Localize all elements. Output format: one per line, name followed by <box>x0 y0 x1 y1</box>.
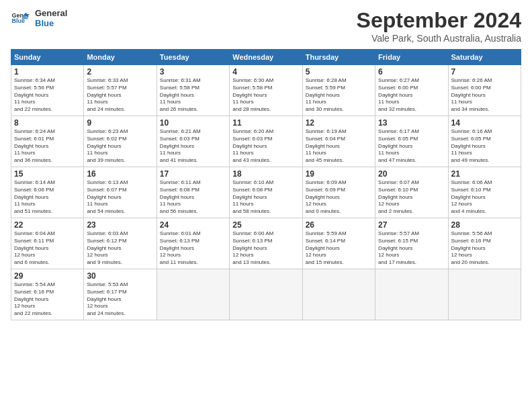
list-item: 13 Sunrise: 6:17 AMSunset: 6:05 PMDaylig… <box>375 116 448 167</box>
header-row: Sunday Monday Tuesday Wednesday Thursday… <box>11 50 521 65</box>
logo-general: General <box>35 8 67 18</box>
list-item: 6 Sunrise: 6:27 AMSunset: 6:00 PMDayligh… <box>375 65 448 116</box>
day-number: 5 <box>306 67 372 77</box>
list-item: 24 Sunrise: 6:01 AMSunset: 6:13 PMDaylig… <box>157 218 229 269</box>
location-subtitle: Vale Park, South Australia, Australia <box>357 33 521 44</box>
day-number: 27 <box>378 220 445 230</box>
day-number: 19 <box>306 169 372 179</box>
list-item: 28 Sunrise: 5:56 AMSunset: 6:16 PMDaylig… <box>448 218 521 269</box>
day-number: 6 <box>378 67 445 77</box>
day-info: Sunrise: 6:21 AMSunset: 6:03 PMDaylight … <box>160 128 226 165</box>
day-info: Sunrise: 6:34 AMSunset: 5:56 PMDaylight … <box>14 77 81 113</box>
day-info: Sunrise: 6:28 AMSunset: 5:59 PMDaylight … <box>306 77 372 113</box>
day-number: 2 <box>87 67 153 77</box>
list-item: 4 Sunrise: 6:30 AMSunset: 5:58 PMDayligh… <box>230 65 302 116</box>
day-info: Sunrise: 6:23 AMSunset: 6:02 PMDaylight … <box>87 128 153 165</box>
day-number: 22 <box>14 220 81 230</box>
list-item: 29 Sunrise: 5:54 AMSunset: 6:16 PMDaylig… <box>11 269 84 320</box>
list-item: 23 Sunrise: 6:03 AMSunset: 6:12 PMDaylig… <box>84 218 157 269</box>
month-title: September 2024 <box>357 8 521 33</box>
list-item: 25 Sunrise: 6:00 AMSunset: 6:13 PMDaylig… <box>230 218 302 269</box>
table-row: 1 Sunrise: 6:34 AMSunset: 5:56 PMDayligh… <box>11 65 521 116</box>
day-info: Sunrise: 6:30 AMSunset: 5:58 PMDaylight … <box>232 77 299 113</box>
day-info: Sunrise: 6:27 AMSunset: 6:00 PMDaylight … <box>378 77 445 113</box>
day-number: 25 <box>232 220 299 230</box>
list-item <box>157 269 229 320</box>
day-number: 21 <box>451 169 518 179</box>
calendar-page: General Blue General Blue September 2024… <box>0 0 532 411</box>
title-section: September 2024 Vale Park, South Australi… <box>357 8 521 44</box>
list-item: 3 Sunrise: 6:31 AMSunset: 5:58 PMDayligh… <box>157 65 229 116</box>
day-info: Sunrise: 6:00 AMSunset: 6:13 PMDaylight … <box>232 230 299 267</box>
table-row: 15 Sunrise: 6:14 AMSunset: 6:06 PMDaylig… <box>11 167 521 218</box>
col-thursday: Thursday <box>302 50 375 65</box>
list-item: 1 Sunrise: 6:34 AMSunset: 5:56 PMDayligh… <box>11 65 84 116</box>
day-number: 11 <box>232 118 299 128</box>
list-item: 12 Sunrise: 6:19 AMSunset: 6:04 PMDaylig… <box>302 116 375 167</box>
list-item: 17 Sunrise: 6:11 AMSunset: 6:08 PMDaylig… <box>157 167 229 218</box>
col-tuesday: Tuesday <box>157 50 229 65</box>
list-item: 7 Sunrise: 6:26 AMSunset: 6:00 PMDayligh… <box>448 65 521 116</box>
day-number: 14 <box>451 118 518 128</box>
day-info: Sunrise: 6:01 AMSunset: 6:13 PMDaylight … <box>160 230 226 267</box>
day-number: 9 <box>87 118 153 128</box>
day-info: Sunrise: 6:06 AMSunset: 6:10 PMDaylight … <box>451 179 518 216</box>
day-number: 18 <box>232 169 299 179</box>
day-info: Sunrise: 6:31 AMSunset: 5:58 PMDaylight … <box>160 77 226 113</box>
day-number: 8 <box>14 118 81 128</box>
day-info: Sunrise: 6:09 AMSunset: 6:09 PMDaylight … <box>306 179 372 216</box>
day-number: 15 <box>14 169 81 179</box>
list-item: 20 Sunrise: 6:07 AMSunset: 6:10 PMDaylig… <box>375 167 448 218</box>
day-number: 4 <box>232 67 299 77</box>
day-info: Sunrise: 6:20 AMSunset: 6:03 PMDaylight … <box>232 128 299 165</box>
list-item: 19 Sunrise: 6:09 AMSunset: 6:09 PMDaylig… <box>302 167 375 218</box>
day-number: 28 <box>451 220 518 230</box>
col-monday: Monday <box>84 50 157 65</box>
day-info: Sunrise: 6:19 AMSunset: 6:04 PMDaylight … <box>306 128 372 165</box>
day-info: Sunrise: 5:59 AMSunset: 6:14 PMDaylight … <box>306 230 372 267</box>
day-number: 13 <box>378 118 445 128</box>
list-item: 9 Sunrise: 6:23 AMSunset: 6:02 PMDayligh… <box>84 116 157 167</box>
day-number: 20 <box>378 169 445 179</box>
list-item: 18 Sunrise: 6:10 AMSunset: 6:08 PMDaylig… <box>230 167 302 218</box>
day-info: Sunrise: 6:03 AMSunset: 6:12 PMDaylight … <box>87 230 153 267</box>
col-sunday: Sunday <box>11 50 84 65</box>
list-item: 8 Sunrise: 6:24 AMSunset: 6:01 PMDayligh… <box>11 116 84 167</box>
table-row: 29 Sunrise: 5:54 AMSunset: 6:16 PMDaylig… <box>11 269 521 320</box>
day-info: Sunrise: 6:14 AMSunset: 6:06 PMDaylight … <box>14 179 81 216</box>
list-item: 2 Sunrise: 6:33 AMSunset: 5:57 PMDayligh… <box>84 65 157 116</box>
list-item: 11 Sunrise: 6:20 AMSunset: 6:03 PMDaylig… <box>230 116 302 167</box>
day-number: 17 <box>160 169 226 179</box>
day-info: Sunrise: 5:54 AMSunset: 6:16 PMDaylight … <box>14 281 81 318</box>
day-number: 1 <box>14 67 81 77</box>
day-number: 26 <box>306 220 372 230</box>
day-info: Sunrise: 6:24 AMSunset: 6:01 PMDaylight … <box>14 128 81 165</box>
day-info: Sunrise: 6:11 AMSunset: 6:08 PMDaylight … <box>160 179 226 216</box>
day-number: 10 <box>160 118 226 128</box>
col-friday: Friday <box>375 50 448 65</box>
list-item: 5 Sunrise: 6:28 AMSunset: 5:59 PMDayligh… <box>302 65 375 116</box>
day-number: 24 <box>160 220 226 230</box>
list-item <box>302 269 375 320</box>
col-saturday: Saturday <box>448 50 521 65</box>
list-item: 26 Sunrise: 5:59 AMSunset: 6:14 PMDaylig… <box>302 218 375 269</box>
list-item <box>448 269 521 320</box>
list-item: 22 Sunrise: 6:04 AMSunset: 6:11 PMDaylig… <box>11 218 84 269</box>
day-number: 7 <box>451 67 518 77</box>
logo-icon: General Blue <box>11 9 30 28</box>
day-info: Sunrise: 5:53 AMSunset: 6:17 PMDaylight … <box>87 281 153 318</box>
calendar-table: Sunday Monday Tuesday Wednesday Thursday… <box>11 49 521 320</box>
day-number: 30 <box>87 271 153 281</box>
day-info: Sunrise: 6:04 AMSunset: 6:11 PMDaylight … <box>14 230 81 267</box>
logo: General Blue General Blue <box>11 8 67 28</box>
list-item: 14 Sunrise: 6:16 AMSunset: 6:05 PMDaylig… <box>448 116 521 167</box>
header: General Blue General Blue September 2024… <box>11 8 521 44</box>
day-number: 23 <box>87 220 153 230</box>
list-item: 16 Sunrise: 6:13 AMSunset: 6:07 PMDaylig… <box>84 167 157 218</box>
day-number: 12 <box>306 118 372 128</box>
day-info: Sunrise: 6:17 AMSunset: 6:05 PMDaylight … <box>378 128 445 165</box>
list-item: 30 Sunrise: 5:53 AMSunset: 6:17 PMDaylig… <box>84 269 157 320</box>
day-info: Sunrise: 6:16 AMSunset: 6:05 PMDaylight … <box>451 128 518 165</box>
day-info: Sunrise: 6:13 AMSunset: 6:07 PMDaylight … <box>87 179 153 216</box>
table-row: 22 Sunrise: 6:04 AMSunset: 6:11 PMDaylig… <box>11 218 521 269</box>
